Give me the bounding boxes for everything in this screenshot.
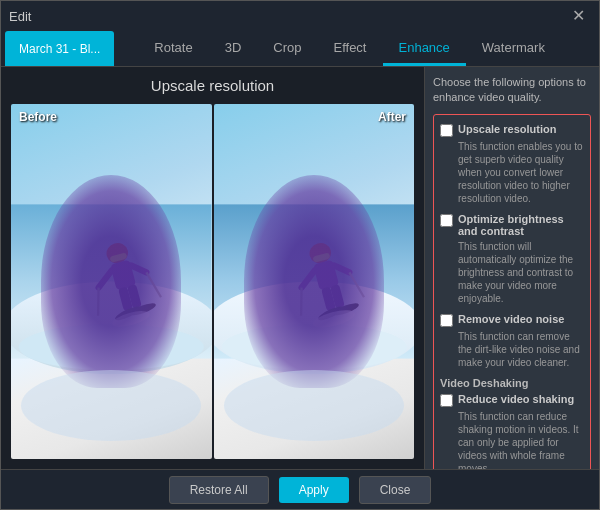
title-bar: Edit ✕ [1,1,599,31]
svg-line-23 [294,288,308,316]
svg-line-21 [298,271,318,288]
before-label: Before [19,110,57,124]
svg-point-27 [316,304,344,323]
deshake-label[interactable]: Reduce video shaking [458,393,574,405]
enhance-options-section: Upscale resolution This function enables… [433,114,591,469]
svg-line-24 [349,270,364,299]
preview-title: Upscale resolution [151,77,274,94]
after-skier-svg [214,104,415,459]
brightness-option-row: Optimize brightness and contrast [440,213,584,237]
svg-rect-5 [110,259,136,290]
tab-watermark[interactable]: Watermark [466,31,561,66]
svg-point-12 [114,304,142,323]
tab-rotate[interactable]: Rotate [138,31,208,66]
svg-point-13 [128,301,157,318]
svg-point-2 [19,324,204,370]
nav-tabs: Rotate 3D Crop Effect Enhance Watermark [138,31,595,66]
tab-enhance[interactable]: Enhance [383,31,466,66]
after-image [214,104,415,459]
window-title: Edit [9,9,31,24]
upscale-checkbox[interactable] [440,124,453,137]
tab-crop[interactable]: Crop [257,31,317,66]
upscale-desc: This function enables you to get superb … [440,140,584,205]
bottom-bar: Restore All Apply Close [1,469,599,509]
window-close-button[interactable]: ✕ [566,6,591,26]
after-preview: After [214,104,415,459]
file-tab[interactable]: March 31 - Bl... [5,31,114,66]
right-panel: Choose the following options to enhance … [424,67,599,469]
noise-checkbox[interactable] [440,314,453,327]
before-skier-svg [11,104,212,459]
title-bar-left: Edit [9,9,31,24]
deshake-checkbox[interactable] [440,394,453,407]
preview-area: Upscale resolution Before [1,67,424,469]
svg-rect-19 [312,252,330,262]
svg-line-22 [333,262,348,276]
svg-line-7 [131,262,146,276]
svg-rect-4 [109,252,127,262]
main-content: Upscale resolution Before [1,67,599,469]
svg-point-3 [104,241,130,266]
svg-point-28 [331,301,360,318]
svg-rect-20 [312,259,338,290]
brightness-desc: This function will automatically optimiz… [440,240,584,305]
edit-window: Edit ✕ March 31 - Bl... Rotate 3D Crop E… [0,0,600,510]
preview-images: Before [11,104,414,459]
noise-desc: This function can remove the dirt-like v… [440,330,584,369]
svg-point-29 [311,307,356,332]
svg-point-17 [221,324,406,370]
restore-all-button[interactable]: Restore All [169,476,269,504]
svg-point-18 [307,241,333,266]
deshake-option-row: Reduce video shaking [440,393,584,407]
before-image [11,104,212,459]
tab-effect[interactable]: Effect [317,31,382,66]
apply-button[interactable]: Apply [279,477,349,503]
svg-rect-25 [321,286,336,311]
panel-description: Choose the following options to enhance … [433,75,591,106]
deshaking-title: Video Deshaking [440,377,584,389]
upscale-label[interactable]: Upscale resolution [458,123,556,135]
brightness-label[interactable]: Optimize brightness and contrast [458,213,584,237]
close-button[interactable]: Close [359,476,432,504]
tab-bar: March 31 - Bl... Rotate 3D Crop Effect E… [1,31,599,67]
before-preview: Before [11,104,212,459]
svg-line-9 [146,270,161,299]
svg-line-8 [91,288,105,316]
noise-label[interactable]: Remove video noise [458,313,564,325]
svg-point-14 [111,308,151,330]
svg-line-6 [95,271,115,288]
noise-option-row: Remove video noise [440,313,584,327]
deshake-desc: This function can reduce shaking motion … [440,410,584,469]
title-bar-right: ✕ [566,6,591,26]
svg-rect-11 [127,284,142,309]
svg-rect-10 [118,286,133,311]
brightness-checkbox[interactable] [440,214,453,227]
tab-3d[interactable]: 3D [209,31,258,66]
after-label: After [378,110,406,124]
svg-rect-26 [329,284,344,309]
upscale-option-row: Upscale resolution [440,123,584,137]
